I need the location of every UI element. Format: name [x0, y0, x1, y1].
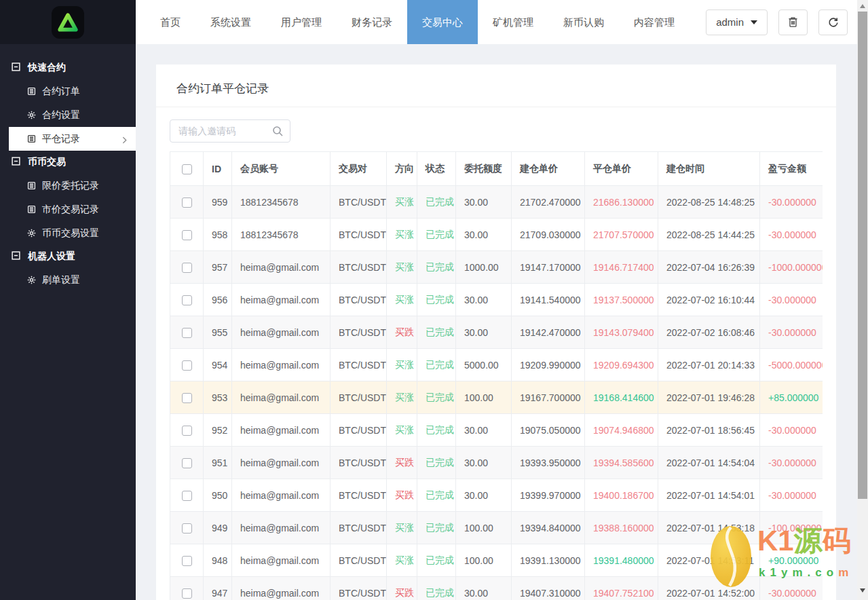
cell-checkbox — [170, 251, 204, 284]
cell-checkbox — [170, 316, 204, 349]
cell-account: heima@gmail.com — [232, 414, 331, 447]
cell-checkbox — [170, 414, 204, 447]
row-checkbox[interactable] — [182, 295, 192, 305]
table-header-row: ID会员账号交易对方向状态委托额度建仓单价平仓单价建仓时间盈亏金额 — [170, 152, 823, 186]
cell-id: 952 — [204, 414, 232, 447]
cell-direction: 买涨 — [387, 414, 417, 447]
cell-open-time: 2022-07-01 14:54:01 — [658, 479, 760, 512]
cell-open-time: 2022-07-04 16:26:39 — [658, 251, 760, 284]
sidebar-item-market-trade-records[interactable]: 市价交易记录 — [0, 198, 136, 221]
sidebar-item-contract-settings[interactable]: 合约设置 — [0, 103, 136, 127]
nav-item-trade-center[interactable]: 交易中心 — [407, 0, 478, 44]
row-checkbox[interactable] — [182, 458, 192, 468]
cell-account: 18812345678 — [232, 186, 331, 219]
nav-item-content-management[interactable]: 内容管理 — [619, 0, 690, 44]
sidebar-section-title: 币币交易 — [28, 156, 66, 168]
table-row: 95918812345678BTC/USDT买涨已完成30.0021702.47… — [170, 186, 823, 219]
cell-id: 958 — [204, 219, 232, 251]
sidebar-item-coin-trade-settings[interactable]: 币币交易设置 — [0, 221, 136, 245]
row-checkbox[interactable] — [182, 491, 192, 501]
nav-item-system-settings[interactable]: 系统设置 — [195, 0, 266, 44]
table-row: 952heima@gmail.comBTC/USDT买涨已完成30.001907… — [170, 414, 823, 447]
select-all-checkbox[interactable] — [182, 164, 192, 174]
cell-open-time: 2022-07-01 14:52:00 — [658, 577, 760, 600]
sidebar-item-label: 平仓记录 — [42, 133, 80, 145]
cell-pair: BTC/USDT — [331, 479, 387, 512]
scrollbar-thumb[interactable] — [858, 12, 867, 499]
page-title: 合约订单平仓记录 — [156, 64, 836, 107]
nav-item-miner-management[interactable]: 矿机管理 — [478, 0, 548, 44]
cell-close-price: 19407.752100 — [585, 577, 658, 600]
cell-open-price: 19167.700000 — [512, 381, 585, 414]
cell-checkbox — [170, 186, 204, 219]
nav-item-home[interactable]: 首页 — [145, 0, 195, 44]
sidebar-section-coin-trade: 币币交易限价委托记录市价交易记录币币交易设置 — [0, 151, 136, 245]
table-row: 955heima@gmail.comBTC/USDT买跌已完成30.001914… — [170, 316, 823, 349]
column-header: 建仓时间 — [658, 152, 760, 186]
sidebar-section-quick-contract: 快速合约合约订单合约设置平仓记录 — [0, 56, 136, 151]
sidebar: 快速合约合约订单合约设置平仓记录币币交易限价委托记录市价交易记录币币交易设置机器… — [0, 0, 136, 600]
row-checkbox[interactable] — [182, 198, 192, 208]
column-header: 平仓单价 — [585, 152, 658, 186]
row-checkbox[interactable] — [182, 263, 192, 273]
search-input[interactable] — [170, 126, 324, 136]
row-checkbox[interactable] — [182, 556, 192, 566]
cell-close-price: 19400.186700 — [585, 479, 658, 512]
cell-amount: 100.00 — [456, 381, 512, 414]
cell-amount: 100.00 — [456, 544, 512, 577]
cell-direction: 买涨 — [387, 512, 417, 544]
nav-item-finance-records[interactable]: 财务记录 — [337, 0, 407, 44]
nav-item-new-coin-subscription[interactable]: 新币认购 — [548, 0, 619, 44]
cell-id: 956 — [204, 284, 232, 316]
cell-open-time: 2022-08-25 14:44:25 — [658, 219, 760, 251]
cell-profit: -30.000000 — [760, 316, 823, 349]
cell-open-time: 2022-07-01 18:56:45 — [658, 414, 760, 447]
cell-amount: 30.00 — [456, 479, 512, 512]
row-checkbox[interactable] — [182, 328, 192, 338]
cell-checkbox — [170, 284, 204, 316]
cell-direction: 买涨 — [387, 219, 417, 251]
cell-pair: BTC/USDT — [331, 381, 387, 414]
document-icon — [27, 134, 36, 143]
cell-profit: -30.000000 — [760, 414, 823, 447]
row-checkbox[interactable] — [182, 523, 192, 533]
cell-pair: BTC/USDT — [331, 219, 387, 251]
sidebar-item-close-position-records[interactable]: 平仓记录 — [9, 127, 136, 151]
document-icon — [27, 205, 36, 214]
search-icon[interactable] — [272, 126, 283, 136]
row-checkbox[interactable] — [182, 360, 192, 371]
row-checkbox[interactable] — [182, 230, 192, 240]
nav-item-user-management[interactable]: 用户管理 — [266, 0, 337, 44]
table-row: 956heima@gmail.comBTC/USDT买涨已完成30.001914… — [170, 284, 823, 316]
collapse-minus-icon — [12, 62, 20, 73]
sidebar-item-limit-order-records[interactable]: 限价委托记录 — [0, 174, 136, 198]
row-checkbox[interactable] — [182, 426, 192, 436]
sidebar-item-contract-orders[interactable]: 合约订单 — [0, 79, 136, 103]
scrollbar-down-arrow-icon[interactable] — [857, 584, 868, 596]
row-checkbox[interactable] — [182, 588, 192, 599]
logout-button[interactable] — [818, 10, 848, 35]
scrollbar-up-arrow-icon[interactable] — [857, 0, 868, 12]
app-logo-icon[interactable] — [52, 6, 84, 39]
cell-account: heima@gmail.com — [232, 447, 331, 479]
cell-amount: 30.00 — [456, 219, 512, 251]
card-body: ID会员账号交易对方向状态委托额度建仓单价平仓单价建仓时间盈亏金额 959188… — [156, 107, 836, 600]
user-menu-button[interactable]: admin — [706, 10, 768, 35]
sidebar-item-brush-order-settings[interactable]: 刷单设置 — [0, 268, 136, 292]
sidebar-section-title: 快速合约 — [28, 62, 66, 74]
row-checkbox[interactable] — [182, 393, 192, 403]
cell-pair: BTC/USDT — [331, 349, 387, 381]
cell-amount: 30.00 — [456, 577, 512, 600]
sidebar-section-header-robot-settings[interactable]: 机器人设置 — [0, 245, 136, 268]
cell-open-time: 2022-07-01 14:53:11 — [658, 544, 760, 577]
cell-direction: 买跌 — [387, 577, 417, 600]
cell-status: 已完成 — [417, 316, 456, 349]
cell-id: 957 — [204, 251, 232, 284]
cell-checkbox — [170, 349, 204, 381]
sidebar-section-header-quick-contract[interactable]: 快速合约 — [0, 56, 136, 79]
clear-cache-button[interactable] — [778, 10, 808, 35]
cell-account: 18812345678 — [232, 219, 331, 251]
sidebar-section-header-coin-trade[interactable]: 币币交易 — [0, 151, 136, 174]
table-row: 950heima@gmail.comBTC/USDT买跌已完成30.001939… — [170, 479, 823, 512]
cell-pair: BTC/USDT — [331, 251, 387, 284]
